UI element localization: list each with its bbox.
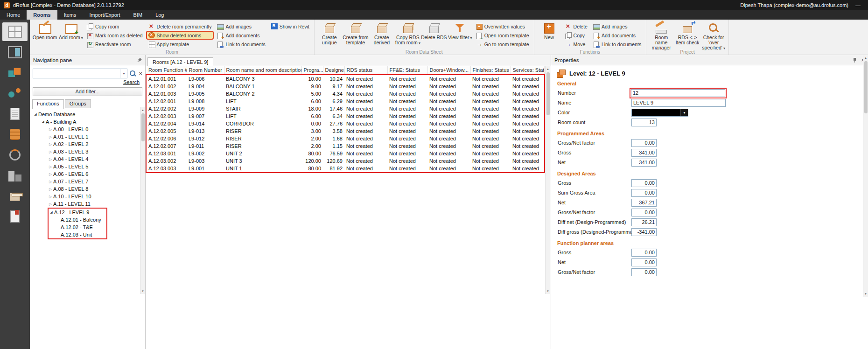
sidebar-module-systems[interactable] [2, 84, 28, 103]
copy-rds-from-room-button[interactable]: Copy RDS from room ▾ [395, 21, 421, 46]
nav-tab-functions[interactable]: Functions [32, 99, 64, 109]
tree-collapsed-icon[interactable]: ▷ [48, 150, 53, 154]
table-row[interactable]: A.12.02.001L9-008LIFT6.006.29Not created… [147, 98, 544, 105]
scroll-up-icon[interactable]: ▲ [140, 107, 145, 113]
tree-collapsed-icon[interactable]: ▷ [48, 135, 53, 139]
property-input-diff-gross-designed-programmed[interactable]: -341.00 [631, 228, 657, 236]
column-header-designe[interactable]: Designe... [323, 66, 344, 74]
property-input-diff-net-design-programmed[interactable]: 26.21 [631, 218, 657, 226]
room-name-manager-button[interactable]: Room name manager [648, 21, 674, 51]
table-row[interactable]: A.12.01.003L9-005BALCONY 25.004.34Not cr… [147, 90, 544, 98]
minimize-button[interactable]: — [852, 2, 864, 8]
delete-rds-button[interactable]: Delete RDS [421, 21, 447, 46]
reactivate-room-button[interactable]: Reactivate room [84, 40, 145, 49]
sidebar-module-products[interactable] [2, 187, 28, 205]
tree-collapsed-icon[interactable]: ▷ [48, 187, 53, 191]
delete-function-button[interactable]: Delete [563, 22, 590, 31]
tree-item-a-11-level-11[interactable]: ▷A.11 - LEVEL 11 [30, 200, 145, 208]
tree-item-a-12-01-balcony[interactable]: A.12.01 - Balcony [49, 216, 106, 223]
properties-scrollbar[interactable]: ▲ ▼ [863, 55, 868, 297]
table-row[interactable]: A.12.02.007L9-011RISER2.001.15Not create… [147, 142, 544, 150]
tree-collapsed-icon[interactable]: ▷ [48, 180, 53, 184]
sidebar-module-database[interactable] [2, 125, 28, 144]
rds-item-check-button[interactable]: RDS <-> Item check [674, 21, 700, 51]
column-header-progra[interactable]: Progra... [301, 66, 323, 74]
sidebar-module-documents[interactable] [2, 105, 28, 123]
delete-room-permanently-button[interactable]: Delete room permanently [146, 22, 214, 31]
property-input-net[interactable]: 367.21 [631, 199, 657, 207]
sidebar-module-items[interactable] [2, 63, 28, 82]
table-row[interactable]: A.12.02.003L9-007LIFT6.006.34Not created… [147, 112, 544, 120]
table-row[interactable]: A.12.01.002L9-004BALCONY 19.009.17Not cr… [147, 83, 544, 90]
add-images-button[interactable]: Add images [215, 22, 267, 31]
sidebar-module-buildings[interactable] [2, 166, 28, 185]
table-row[interactable]: A.12.01.001L9-006BALCONY 310.0010.24Not … [147, 75, 544, 83]
copy-room-button[interactable]: Copy room [84, 22, 145, 31]
tree-item-a-12-02-t-e[interactable]: A.12.02 - T&E [49, 223, 106, 231]
tree-expanded-icon[interactable]: ◢ [49, 210, 54, 214]
ribbon-tab-log[interactable]: Log [149, 10, 170, 20]
tree-item-a-05-level-5[interactable]: ▷A.05 - LEVEL 5 [30, 163, 145, 170]
copy-function-button[interactable]: Copy [563, 31, 590, 40]
tree-collapsed-icon[interactable]: ▷ [48, 172, 53, 176]
scroll-down-icon[interactable]: ▼ [546, 288, 550, 294]
scroll-thumb[interactable] [864, 61, 868, 113]
property-input-gross-net-factor[interactable]: 0.00 [631, 209, 657, 216]
column-header-rds-status[interactable]: RDS status [344, 66, 387, 74]
sidebar-module-rooms[interactable] [2, 22, 28, 41]
scroll-up-icon[interactable]: ▲ [863, 55, 868, 61]
search-link[interactable]: Search [123, 79, 140, 85]
tree-collapsed-icon[interactable]: ▷ [48, 127, 53, 132]
column-header-doors-window[interactable]: Doors+Window... [427, 66, 470, 74]
tree-collapsed-icon[interactable]: ▷ [48, 202, 53, 206]
tab-rooms-level-9[interactable]: Rooms [A.12 - LEVEL 9] [147, 57, 213, 66]
property-input-gross-net-factor[interactable]: 0.00 [631, 139, 657, 147]
column-header-services-status[interactable]: Services: Status [511, 66, 544, 74]
column-header-room-name-and-room-description[interactable]: Room name and room description [224, 66, 301, 74]
show-deleted-rooms-button[interactable]: Show deleted rooms [146, 31, 214, 40]
go-to-room-template-button[interactable]: Go to room template [474, 40, 532, 49]
clear-search-icon[interactable]: × [139, 70, 142, 77]
search-input[interactable]: ▾ [33, 69, 127, 78]
open-room-button[interactable]: Open room [32, 21, 58, 41]
new-function-button[interactable]: New [536, 21, 562, 40]
open-room-template-button[interactable]: Open room template [474, 31, 532, 40]
add-filter-button[interactable]: Add filter... [33, 87, 142, 96]
tree-item-a-00-level-0[interactable]: ▷A.00 - LEVEL 0 [30, 126, 145, 133]
pin-icon[interactable] [135, 56, 143, 64]
functions-add-documents-button[interactable]: Add documents [591, 31, 644, 40]
property-input-gross-net-factor[interactable]: 0.00 [631, 268, 657, 276]
property-input-room-count[interactable]: 13 [631, 119, 657, 126]
ribbon-tab-home[interactable]: Home [0, 10, 27, 20]
table-row[interactable]: A.12.03.002L9-003UNIT 3120.00120.69Not c… [147, 157, 544, 165]
show-in-revit-button[interactable]: Show in Revit [269, 22, 312, 31]
table-row[interactable]: A.12.02.005L9-013RISER3.003.58Not create… [147, 127, 544, 135]
pin-icon[interactable] [852, 57, 857, 63]
scroll-down-icon[interactable]: ▼ [863, 291, 868, 297]
property-input-net[interactable]: 0.00 [631, 258, 657, 266]
column-header-room-number[interactable]: Room Number [187, 66, 224, 74]
tree-item-a-07-level-7[interactable]: ▷A.07 - LEVEL 7 [30, 178, 145, 185]
create-unique-button[interactable]: Create unique [316, 21, 343, 46]
ribbon-tab-bim[interactable]: BIM [127, 10, 149, 20]
move-function-button[interactable]: Move [563, 40, 590, 49]
column-header-finishes-status[interactable]: Finishes: Status [470, 66, 511, 74]
functions-add-images-button[interactable]: Add images [591, 22, 644, 31]
nav-tab-groups[interactable]: Groups [65, 99, 91, 108]
tree-item-a-08-level-8[interactable]: ▷A.08 - LEVEL 8 [30, 185, 145, 193]
tree-collapsed-icon[interactable]: ▷ [48, 165, 53, 169]
table-row[interactable]: A.12.02.002L9-009STAIR18.0017.46Not crea… [147, 105, 544, 112]
table-row[interactable]: A.12.03.003L9-001UNIT 180.0081.92Not cre… [147, 165, 544, 172]
sidebar-module-doors[interactable] [2, 43, 28, 62]
tree-item-a-10-level-10[interactable]: ▷A.10 - LEVEL 10 [30, 193, 145, 200]
table-row[interactable]: A.12.02.006L9-012RISER2.001.68Not create… [147, 135, 544, 142]
tree-item-a-12-03-unit[interactable]: A.12.03 - Unit [49, 231, 106, 238]
tree-item-a-building-a[interactable]: ◢A - Building A [30, 118, 145, 126]
tree-collapsed-icon[interactable]: ▷ [48, 157, 53, 161]
search-icon[interactable] [130, 70, 136, 77]
scroll-thumb[interactable] [141, 113, 145, 141]
rooms-scrollbar[interactable]: ▲ ▼ [545, 66, 550, 294]
table-row[interactable]: A.12.02.004L9-014CORRIDOR0.0027.76Not cr… [147, 120, 544, 127]
tree-item-a-03-level-3[interactable]: ▷A.03 - LEVEL 3 [30, 148, 145, 155]
property-input-number[interactable]: 12 [631, 89, 725, 97]
